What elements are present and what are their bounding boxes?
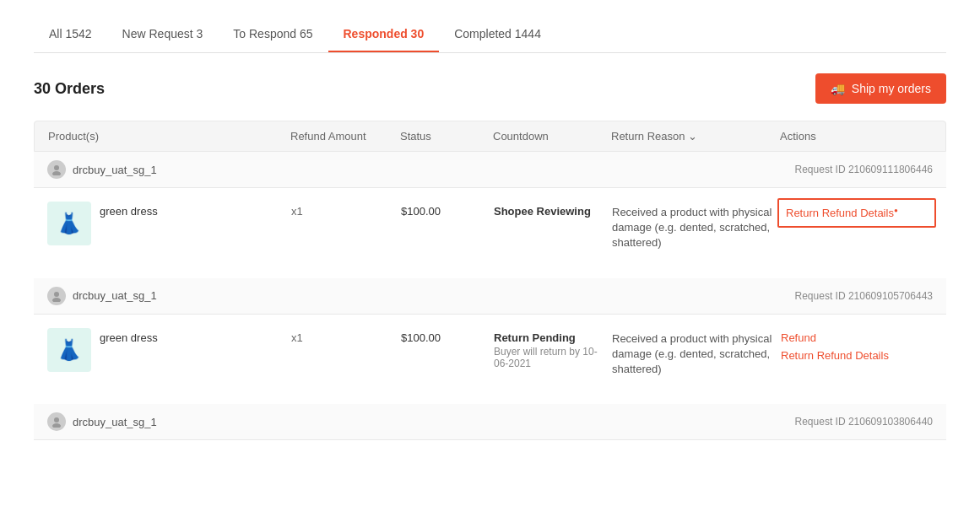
seller-row: drcbuy_uat_sg_1 Request ID 2106091118064… <box>34 152 946 188</box>
product-image: 👗 <box>47 202 91 245</box>
status-cell: Return Pending Buyer will return by 10-0… <box>494 328 612 369</box>
tab-responded[interactable]: Responded 30 <box>328 17 440 52</box>
action-link[interactable]: Return Refund Details● <box>786 207 928 219</box>
request-id: Request ID 210609111806446 <box>795 164 933 175</box>
actions-cell: Return Refund Details● <box>777 198 936 228</box>
svg-point-0 <box>54 165 59 170</box>
status-primary: Return Pending <box>494 331 612 344</box>
tab-completed[interactable]: Completed 1444 <box>439 17 556 52</box>
return-reason: Received a product with physical damage … <box>612 202 781 251</box>
request-id: Request ID 210609105706443 <box>795 290 933 302</box>
seller-row: drcbuy_uat_sg_1 Request ID 2106091038064… <box>34 404 946 440</box>
product-qty: x1 <box>291 328 401 344</box>
refund-amount: $100.00 <box>401 202 494 218</box>
svg-point-2 <box>54 292 59 297</box>
seller-avatar <box>47 287 66 305</box>
request-id: Request ID 210609103806440 <box>795 416 933 428</box>
seller-info: drcbuy_uat_sg_1 <box>47 412 157 431</box>
col-header-countdown: Countdown <box>493 130 611 143</box>
tab-all[interactable]: All 1542 <box>34 17 107 52</box>
status-secondary: Buyer will return by 10-06-2021 <box>494 346 612 369</box>
svg-point-1 <box>52 171 61 175</box>
table-row: 👗 green dress x1 $100.00 Shopee Reviewin… <box>34 188 946 265</box>
ship-orders-button[interactable]: 🚚 Ship my orders <box>815 73 946 104</box>
action-link[interactable]: Return Refund Details <box>781 349 933 362</box>
tab-new[interactable]: New Request 3 <box>107 17 219 52</box>
actions-cell: RefundReturn Refund Details <box>781 328 933 362</box>
seller-info: drcbuy_uat_sg_1 <box>47 160 157 179</box>
user-icon <box>51 164 62 175</box>
table-header: Product(s) Refund Amount Status Countdow… <box>34 121 946 152</box>
table-row: 👗 green dress x1 $100.00 Return Pending … <box>34 315 946 391</box>
orders-header: 30 Orders 🚚 Ship my orders <box>34 73 946 104</box>
product-name: green dress <box>100 331 158 344</box>
col-header-actions: Actions <box>780 130 932 143</box>
tabs-bar: All 1542New Request 3To Respond 65Respon… <box>34 17 946 53</box>
product-name: green dress <box>100 205 158 218</box>
refund-amount: $100.00 <box>401 328 494 344</box>
status-cell: Shopee Reviewing <box>494 202 612 218</box>
product-cell: 👗 green dress <box>47 202 291 245</box>
svg-point-3 <box>52 298 61 302</box>
ship-button-label: Ship my orders <box>852 82 931 95</box>
orders-list: drcbuy_uat_sg_1 Request ID 2106091118064… <box>34 152 946 440</box>
product-image: 👗 <box>47 328 91 372</box>
orders-title: 30 Orders <box>34 80 105 98</box>
seller-info: drcbuy_uat_sg_1 <box>47 287 157 305</box>
seller-avatar <box>47 160 66 179</box>
svg-point-5 <box>52 423 61 428</box>
seller-name: drcbuy_uat_sg_1 <box>73 164 157 176</box>
product-qty: x1 <box>291 202 401 218</box>
seller-name: drcbuy_uat_sg_1 <box>73 416 157 428</box>
ship-icon: 🚚 <box>831 82 845 95</box>
user-icon <box>51 290 62 302</box>
col-header-return-reason[interactable]: Return Reason ⌄ <box>611 130 780 143</box>
tab-to-respond[interactable]: To Respond 65 <box>218 17 328 52</box>
col-header-products: Product(s) <box>48 130 290 143</box>
seller-row: drcbuy_uat_sg_1 Request ID 2106091057064… <box>34 278 946 315</box>
action-link[interactable]: Refund <box>781 331 933 344</box>
col-header-refund: Refund Amount <box>290 130 400 143</box>
col-header-status: Status <box>400 130 493 143</box>
seller-avatar <box>47 412 66 431</box>
order-group: drcbuy_uat_sg_1 Request ID 2106091057064… <box>34 278 946 391</box>
order-group: drcbuy_uat_sg_1 Request ID 2106091038064… <box>34 404 946 440</box>
svg-point-4 <box>54 417 59 422</box>
status-primary: Shopee Reviewing <box>494 205 612 218</box>
product-cell: 👗 green dress <box>47 328 291 372</box>
user-icon <box>51 416 62 428</box>
order-group: drcbuy_uat_sg_1 Request ID 2106091118064… <box>34 152 946 265</box>
chevron-down-icon: ⌄ <box>688 130 697 143</box>
seller-name: drcbuy_uat_sg_1 <box>73 289 157 302</box>
return-reason: Received a product with physical damage … <box>612 328 781 378</box>
